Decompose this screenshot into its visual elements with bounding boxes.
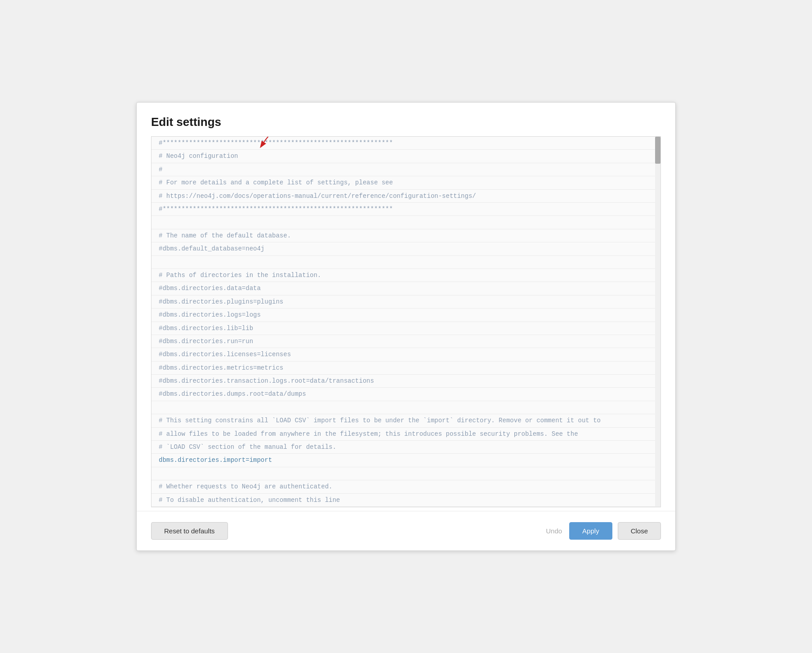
scrollbar-thumb[interactable] [655,137,660,164]
code-line[interactable]: # https://neo4j.com/docs/operations-manu… [152,190,655,203]
code-line[interactable]: # To disable authentication, uncomment t… [152,494,655,507]
dialog-header: Edit settings [137,103,675,136]
code-line[interactable] [152,216,655,229]
code-line[interactable]: # The name of the default database. [152,229,655,242]
code-line[interactable]: #dbms.directories.metrics=metrics [152,362,655,375]
apply-button[interactable]: Apply [569,522,612,540]
dialog-title: Edit settings [151,115,661,129]
code-line[interactable]: # allow files to be loaded from anywhere… [152,428,655,441]
scrollbar-track[interactable] [655,137,660,507]
code-line[interactable]: # For more details and a complete list o… [152,176,655,189]
code-line[interactable]: # Paths of directories in the installati… [152,269,655,282]
reset-to-defaults-button[interactable]: Reset to defaults [151,522,228,540]
code-line[interactable]: #dbms.directories.plugins=plugins [152,295,655,309]
code-editor[interactable]: #***************************************… [152,137,655,507]
close-button[interactable]: Close [618,522,661,540]
code-line[interactable]: # Neo4j configuration [152,150,655,163]
code-line[interactable]: #dbms.directories.run=run [152,335,655,348]
code-line[interactable] [152,467,655,480]
code-line[interactable]: dbms.directories.import=import [152,454,655,467]
code-line[interactable]: #dbms.default_database=neo4j [152,242,655,255]
dialog-footer: Reset to defaults Undo Apply Close [137,511,675,550]
edit-settings-dialog: Edit settings #*************************… [136,102,676,551]
code-line[interactable]: #***************************************… [152,137,655,150]
undo-text: Undo [546,527,562,535]
code-line[interactable] [152,256,655,269]
code-line[interactable]: #dbms.directories.lib=lib [152,322,655,335]
code-line[interactable]: #***************************************… [152,203,655,216]
code-editor-area[interactable]: #***************************************… [151,136,661,507]
code-line[interactable]: # This setting constrains all `LOAD CSV`… [152,414,655,427]
code-line[interactable]: #dbms.directories.licenses=licenses [152,348,655,361]
footer-left: Reset to defaults [151,522,228,540]
code-line[interactable]: # Whether requests to Neo4j are authenti… [152,480,655,493]
code-line[interactable]: # `LOAD CSV` section of the manual for d… [152,441,655,454]
code-line[interactable]: #dbms.directories.transaction.logs.root=… [152,375,655,388]
code-line[interactable]: #dbms.directories.logs=logs [152,309,655,322]
code-line[interactable]: # [152,163,655,176]
code-line[interactable]: #dbms.directories.dumps.root=data/dumps [152,388,655,401]
footer-right: Undo Apply Close [546,522,661,540]
code-line[interactable] [152,401,655,414]
code-line[interactable]: #dbms.directories.data=data [152,282,655,295]
